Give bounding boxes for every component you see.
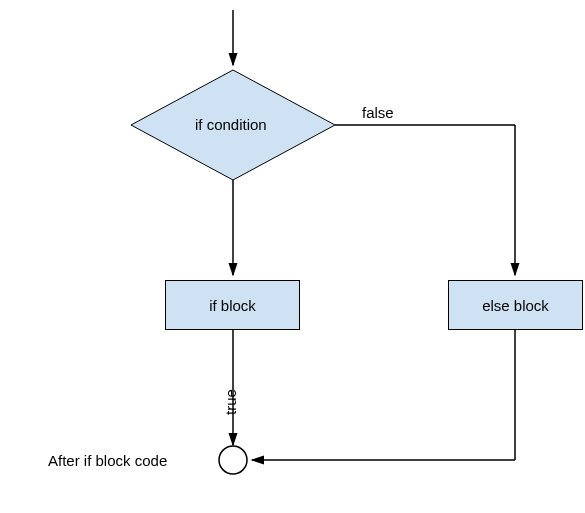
else-block-box: else block: [448, 280, 583, 330]
condition-label: if condition: [195, 116, 267, 133]
true-label: true: [222, 389, 239, 415]
if-block-box: if block: [165, 280, 300, 330]
merge-circle: [219, 446, 247, 474]
false-label: false: [362, 104, 394, 121]
if-block-label: if block: [209, 297, 256, 314]
else-block-label: else block: [482, 297, 549, 314]
after-label: After if block code: [48, 452, 167, 469]
